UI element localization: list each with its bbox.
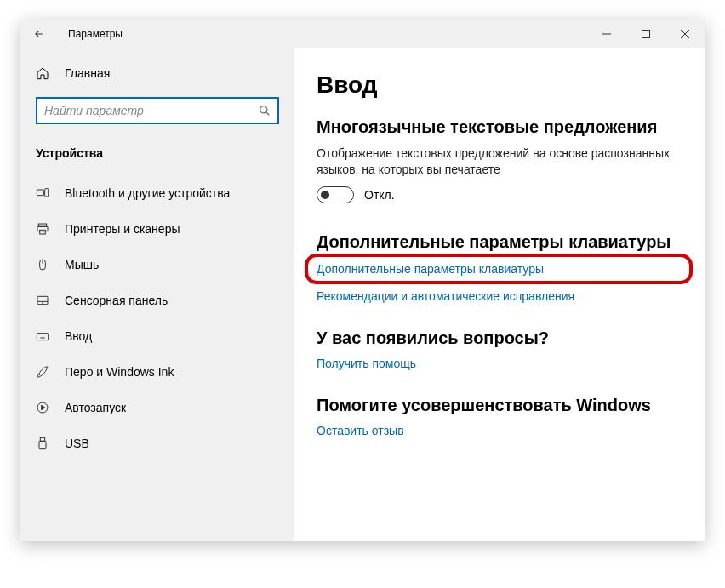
- sidebar-item-label: Принтеры и сканеры: [65, 222, 180, 236]
- svg-rect-16: [37, 334, 48, 340]
- search-input[interactable]: [44, 104, 259, 117]
- svg-line-5: [266, 112, 270, 116]
- autoplay-icon: [36, 401, 49, 414]
- sidebar-item-touchpad[interactable]: Сенсорная панель: [20, 283, 294, 318]
- sidebar-item-printers[interactable]: Принтеры и сканеры: [20, 211, 294, 247]
- home-icon: [36, 66, 49, 80]
- search-box[interactable]: [36, 97, 279, 124]
- category-heading: Устройства: [20, 140, 294, 175]
- sidebar-item-usb[interactable]: USB: [20, 425, 294, 461]
- keyboard-icon: [36, 329, 49, 343]
- section-heading: Дополнительные параметры клавиатуры: [317, 232, 681, 252]
- close-button[interactable]: [665, 20, 705, 48]
- section-heading: Помогите усовершенствовать Windows: [317, 396, 681, 415]
- titlebar: Параметры: [20, 20, 705, 48]
- sidebar: Главная Устройства Bluetooth и другие ус…: [20, 48, 294, 541]
- printer-icon: [36, 222, 49, 236]
- content-pane: Ввод Многоязычные текстовые предложения …: [294, 48, 705, 541]
- home-button[interactable]: Главная: [20, 60, 294, 87]
- search-icon: [259, 105, 271, 117]
- svg-rect-7: [45, 189, 49, 197]
- minimize-button[interactable]: [587, 20, 626, 48]
- back-button[interactable]: [20, 20, 58, 48]
- sidebar-item-typing[interactable]: Ввод: [20, 318, 294, 354]
- sidebar-item-autoplay[interactable]: Автозапуск: [20, 390, 294, 425]
- home-label: Главная: [65, 66, 110, 80]
- svg-rect-1: [642, 31, 650, 38]
- sidebar-item-label: Ввод: [65, 329, 92, 343]
- section-desc: Отображение текстовых предложений на осн…: [317, 146, 681, 178]
- sidebar-item-pen[interactable]: Перо и Windows Ink: [20, 354, 294, 390]
- section-heading: Многоязычные текстовые предложения: [317, 117, 681, 137]
- svg-rect-9: [37, 226, 48, 231]
- page-title: Ввод: [317, 71, 681, 99]
- section-advanced-keyboard: Дополнительные параметры клавиатуры Допо…: [317, 232, 681, 303]
- section-heading: У вас появились вопросы?: [317, 328, 681, 348]
- toggle-state-label: Откл.: [364, 188, 395, 202]
- sidebar-item-label: Мышь: [65, 258, 99, 271]
- svg-rect-6: [37, 190, 43, 196]
- svg-marker-23: [42, 405, 45, 409]
- link-recommendations[interactable]: Рекомендации и автоматические исправлени…: [317, 289, 681, 303]
- toggle-switch[interactable]: [317, 186, 354, 203]
- section-questions: У вас появились вопросы? Получить помощь: [317, 328, 681, 370]
- settings-window: Параметры Главная Ус: [20, 20, 705, 541]
- window-title: Параметры: [58, 28, 123, 40]
- devices-icon: [36, 186, 49, 200]
- section-feedback: Помогите усовершенствовать Windows Остав…: [317, 396, 681, 437]
- sidebar-item-mouse[interactable]: Мышь: [20, 247, 294, 283]
- touchpad-icon: [36, 294, 49, 307]
- sidebar-item-label: Перо и Windows Ink: [65, 365, 174, 379]
- pen-icon: [36, 365, 49, 379]
- svg-rect-25: [39, 441, 46, 448]
- sidebar-item-label: USB: [65, 437, 89, 450]
- sidebar-item-label: Bluetooth и другие устройства: [65, 186, 230, 200]
- sidebar-item-label: Сенсорная панель: [65, 294, 168, 307]
- sidebar-item-label: Автозапуск: [65, 401, 126, 414]
- svg-rect-24: [40, 437, 44, 441]
- svg-rect-10: [40, 230, 46, 234]
- link-advanced-keyboard[interactable]: Дополнительные параметры клавиатуры: [317, 262, 681, 276]
- sidebar-item-bluetooth[interactable]: Bluetooth и другие устройства: [20, 175, 294, 211]
- mouse-icon: [36, 258, 49, 271]
- link-get-help[interactable]: Получить помощь: [317, 357, 681, 370]
- usb-icon: [36, 437, 49, 450]
- maximize-button[interactable]: [626, 20, 665, 48]
- svg-point-4: [260, 106, 267, 113]
- section-multilingual: Многоязычные текстовые предложения Отобр…: [317, 117, 681, 203]
- link-feedback[interactable]: Оставить отзыв: [317, 424, 681, 437]
